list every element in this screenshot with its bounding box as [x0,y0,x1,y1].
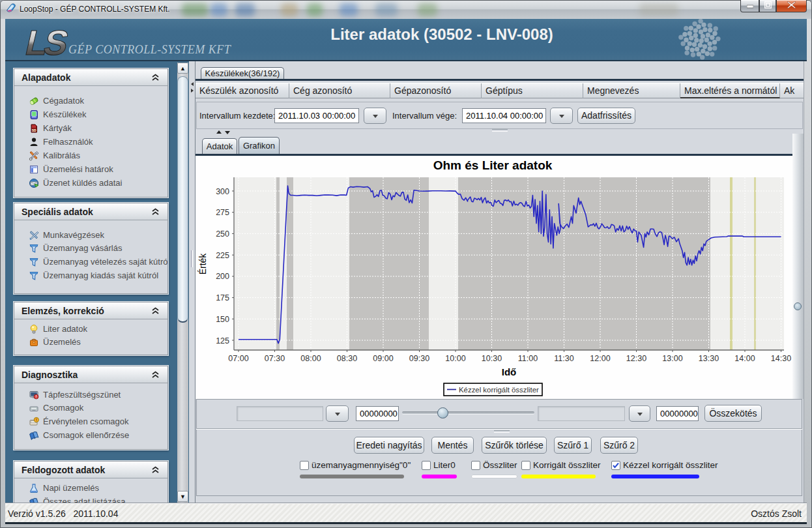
svg-text:07:00: 07:00 [228,354,248,363]
svg-text:13:00: 13:00 [662,354,682,363]
svg-text:SD: SD [32,128,36,132]
svg-text:250: 250 [216,229,229,239]
svg-text:225: 225 [216,251,229,260]
svg-text:08:00: 08:00 [300,354,321,363]
svg-text:300: 300 [216,187,229,196]
svg-text:11:00: 11:00 [518,354,538,363]
svg-text:14:00: 14:00 [734,354,755,363]
svg-text:!: ! [36,418,37,422]
svg-text:Kézzel korrigált összliter: Kézzel korrigált összliter [459,386,539,394]
svg-text:13:30: 13:30 [699,354,719,363]
svg-text:200: 200 [216,272,229,281]
svg-text:09:00: 09:00 [373,354,393,363]
svg-text:12:00: 12:00 [590,354,610,363]
svg-text:Érték: Érték [197,253,208,275]
svg-text:10:00: 10:00 [445,354,465,363]
svg-text:Ohm és Liter adatok: Ohm és Liter adatok [433,158,553,172]
svg-text:175: 175 [216,293,229,302]
svg-text:275: 275 [216,208,229,217]
svg-text:08:30: 08:30 [337,354,357,363]
svg-text:150: 150 [216,315,229,324]
svg-text:09:30: 09:30 [409,354,429,363]
svg-text:11:30: 11:30 [554,354,573,363]
svg-text:07:30: 07:30 [265,354,285,363]
svg-text:125: 125 [216,336,229,345]
svg-text:Idő: Idő [502,366,517,377]
svg-text:12:30: 12:30 [626,354,646,363]
svg-text:14:30: 14:30 [771,354,791,363]
svg-text:10:30: 10:30 [482,354,502,363]
